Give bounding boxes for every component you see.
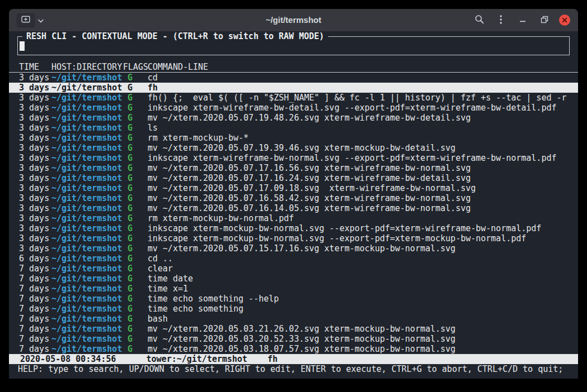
row-time: 7 days: [19, 294, 51, 304]
row-directory: ~/git/termshot: [51, 133, 123, 143]
row-flags: G: [123, 173, 148, 183]
table-row[interactable]: 3 days ~/git/termshot G mv ~/xterm.2020.…: [9, 243, 578, 254]
tab-plus-icon: [21, 16, 30, 25]
terminal-window: ~/git/termshot: [9, 9, 578, 379]
row-directory: ~/git/termshot: [51, 93, 123, 103]
table-row[interactable]: 3 days ~/git/termshot G inkscape xterm-w…: [9, 103, 578, 113]
minimize-button[interactable]: [515, 13, 530, 27]
row-command: inkscape xterm-wireframe-bw-normal.svg -…: [148, 153, 578, 163]
row-command: fh: [148, 83, 578, 93]
table-row[interactable]: 3 days ~/git/termshot G ls: [9, 123, 578, 133]
table-row[interactable]: 7 days ~/git/termshot G time echo someth…: [9, 294, 578, 304]
row-directory: ~/git/termshot: [51, 103, 123, 113]
row-directory: ~/git/termshot: [51, 143, 123, 153]
row-flags: G: [123, 163, 148, 173]
row-directory: ~/git/termshot: [51, 304, 123, 314]
row-time: 3 days: [19, 93, 51, 103]
table-row[interactable]: 3 days ~/git/termshot G inkscape xterm-m…: [9, 233, 578, 243]
close-button[interactable]: [559, 15, 570, 26]
row-directory: ~/git/termshot: [51, 233, 123, 243]
history-table-header: TIME HOST:DIRECTORY FLAGS COMMAND-LINE: [9, 62, 578, 73]
row-directory: ~/git/termshot: [51, 274, 123, 284]
row-time: 3 days: [19, 143, 51, 153]
terminal-content: RESH CLI - CONTEXTUAL MODE - (CTRL+R to …: [9, 31, 578, 379]
search-box[interactable]: RESH CLI - CONTEXTUAL MODE - (CTRL+R to …: [17, 36, 570, 55]
window-title: ~/git/termshot: [110, 9, 477, 31]
search-button[interactable]: [472, 13, 486, 27]
header-host-directory: HOST:DIRECTORY: [51, 62, 123, 72]
row-time: 3 days: [19, 183, 51, 193]
restore-button[interactable]: [537, 13, 552, 27]
table-row[interactable]: 7 days ~/git/termshot G mv ~/xterm.2020.…: [9, 344, 578, 354]
minimize-icon: [519, 16, 526, 25]
row-flags: G: [123, 264, 148, 274]
row-time: 3 days: [19, 213, 51, 223]
row-time: 3 days: [19, 203, 51, 213]
row-directory: ~/git/termshot: [51, 254, 123, 264]
row-command: ls: [148, 123, 578, 133]
table-row[interactable]: 3 days ~/git/termshot G rm xterm-mockup-…: [9, 213, 578, 223]
chevron-down-icon: [38, 16, 44, 25]
table-row[interactable]: 3 days ~/git/termshot G mv ~/xterm.2020.…: [9, 203, 578, 213]
table-row[interactable]: 7 days ~/git/termshot G mv ~/xterm.2020.…: [9, 334, 578, 344]
row-command: mv ~/xterm.2020.05.07.15.17.16.svg xterm…: [148, 243, 578, 254]
table-row[interactable]: 3 days ~/git/termshot G rm xterm-mockup-…: [9, 133, 578, 143]
row-command: mv ~/xterm.2020.05.07.16.14.05.svg xterm…: [148, 203, 578, 213]
row-time: 7 days: [19, 334, 51, 344]
table-row[interactable]: 7 days ~/git/termshot G mv ~/xterm.2020.…: [9, 324, 578, 334]
table-row[interactable]: 7 days ~/git/termshot G time x=1: [9, 284, 578, 294]
table-row[interactable]: 3 days ~/git/termshot G fh() {; eval $( …: [9, 93, 578, 103]
row-time: 3 days: [19, 133, 51, 143]
header-flags: FLAGS: [123, 62, 148, 72]
row-flags: G: [123, 133, 148, 143]
menu-button[interactable]: [494, 13, 508, 27]
table-row[interactable]: 3 days ~/git/termshot G inkscape xterm-m…: [9, 223, 578, 233]
new-tab-button[interactable]: [17, 13, 35, 27]
table-row[interactable]: 3 days ~/git/termshot G mv ~/xterm.2020.…: [9, 183, 578, 193]
row-time: 6 days: [19, 254, 51, 264]
row-flags: G: [123, 83, 148, 93]
table-row[interactable]: 3 days ~/git/termshot G fh: [9, 83, 578, 93]
row-time: 7 days: [19, 264, 51, 274]
table-row[interactable]: 7 days ~/git/termshot G time date: [9, 274, 578, 284]
help-bar: HELP: type to search, UP/DOWN to select,…: [9, 364, 578, 374]
tab-dropdown-button[interactable]: [38, 16, 44, 25]
table-row[interactable]: 3 days ~/git/termshot G inkscape xterm-w…: [9, 153, 578, 163]
row-directory: ~/git/termshot: [51, 324, 123, 334]
row-command: mv ~/xterm.2020.05.03.20.52.33.svg xterm…: [148, 334, 578, 344]
row-time: 3 days: [19, 163, 51, 173]
row-directory: ~/git/termshot: [51, 243, 123, 254]
row-flags: G: [123, 314, 148, 324]
table-row[interactable]: 3 days ~/git/termshot G mv ~/xterm.2020.…: [9, 143, 578, 153]
row-flags: G: [123, 153, 148, 163]
search-box-title: RESH CLI - CONTEXTUAL MODE - (CTRL+R to …: [22, 31, 328, 41]
kebab-menu-icon: [500, 15, 502, 26]
header-command-line: COMMAND-LINE: [148, 62, 578, 72]
row-command: bash: [148, 314, 578, 324]
row-time: 3 days: [19, 233, 51, 243]
table-row[interactable]: 3 days ~/git/termshot G cd: [9, 73, 578, 83]
row-command: mv ~/xterm.2020.05.03.18.07.57.svg xterm…: [148, 344, 578, 354]
history-rows: 3 days ~/git/termshot G cd 3 days ~/git/…: [9, 73, 578, 354]
row-time: 3 days: [19, 123, 51, 133]
row-flags: G: [123, 93, 148, 103]
row-command: mv ~/xterm.2020.05.07.19.39.46.svg xterm…: [148, 143, 578, 153]
table-row[interactable]: 3 days ~/git/termshot G mv ~/xterm.2020.…: [9, 163, 578, 173]
table-row[interactable]: 3 days ~/git/termshot G mv ~/xterm.2020.…: [9, 113, 578, 123]
table-row[interactable]: 6 days ~/git/termshot G cd ..: [9, 254, 578, 264]
row-flags: G: [123, 233, 148, 243]
row-command: time x=1: [148, 284, 578, 294]
titlebar[interactable]: ~/git/termshot: [9, 9, 578, 31]
row-directory: ~/git/termshot: [51, 314, 123, 324]
row-directory: ~/git/termshot: [51, 193, 123, 203]
row-flags: G: [123, 274, 148, 284]
row-flags: G: [123, 123, 148, 133]
row-flags: G: [123, 113, 148, 123]
table-row[interactable]: 3 days ~/git/termshot G mv ~/xterm.2020.…: [9, 173, 578, 183]
row-flags: G: [123, 183, 148, 193]
table-row[interactable]: 7 days ~/git/termshot G clear: [9, 264, 578, 274]
table-row[interactable]: 3 days ~/git/termshot G mv ~/xterm.2020.…: [9, 193, 578, 203]
table-row[interactable]: 7 days ~/git/termshot G bash: [9, 314, 578, 324]
table-row[interactable]: 7 days ~/git/termshot G time echo someth…: [9, 304, 578, 314]
row-flags: G: [123, 294, 148, 304]
